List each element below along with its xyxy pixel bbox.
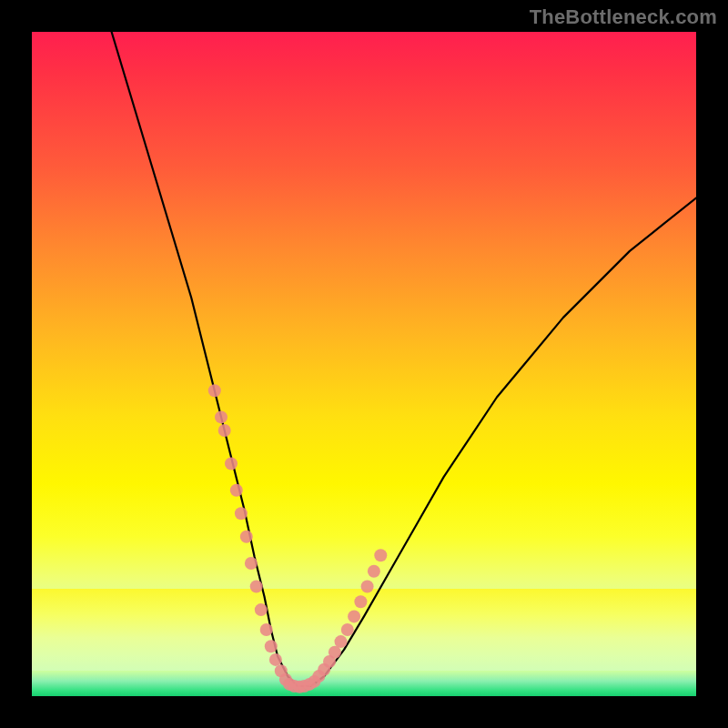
svg-point-22 [348,610,360,622]
plot-area [32,32,696,696]
svg-point-26 [374,549,387,561]
bottleneck-curve [112,32,696,686]
svg-point-2 [218,424,231,437]
svg-point-11 [265,640,278,652]
svg-point-12 [269,653,282,666]
svg-point-20 [335,635,348,648]
svg-point-23 [354,595,367,608]
svg-point-1 [215,410,228,423]
chart-frame: TheBottleneck.com [0,0,728,728]
svg-point-5 [235,507,248,520]
svg-point-9 [255,603,268,616]
svg-point-0 [208,384,221,397]
svg-point-10 [260,623,273,636]
svg-point-4 [230,484,243,497]
svg-point-8 [250,581,263,593]
svg-point-19 [329,646,341,659]
svg-point-24 [361,581,374,593]
svg-point-21 [341,623,354,636]
svg-point-3 [225,458,238,470]
data-points [208,384,387,693]
svg-point-7 [245,557,258,570]
chart-svg [32,32,696,696]
svg-point-25 [368,565,380,578]
watermark: TheBottleneck.com [530,5,717,29]
svg-point-31 [303,678,316,691]
svg-point-6 [240,531,253,543]
